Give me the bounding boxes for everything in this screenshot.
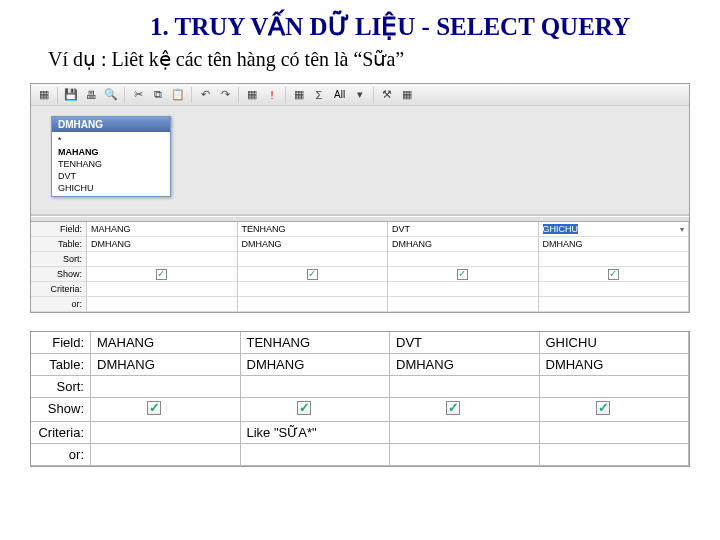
- scope-dropdown[interactable]: All: [330, 89, 349, 100]
- big-cell-table-2[interactable]: DMHANG: [390, 354, 540, 376]
- show-checkbox[interactable]: [156, 269, 167, 280]
- big-grid-row-sort: Sort:: [31, 376, 689, 398]
- preview-icon[interactable]: 🔍: [102, 86, 120, 104]
- cell-or[interactable]: [87, 297, 237, 312]
- dbwindow-icon[interactable]: ▦: [398, 86, 416, 104]
- cell-sort[interactable]: [238, 252, 388, 267]
- qbe-grid-small: Field: Table: Sort: Show: Criteria: or: …: [31, 222, 689, 312]
- totals-icon[interactable]: Σ: [310, 86, 328, 104]
- big-cell-show-2[interactable]: [390, 398, 540, 422]
- cell-criteria[interactable]: [388, 282, 538, 297]
- big-label-show: Show:: [31, 398, 91, 422]
- cell-field[interactable]: GHICHU▾: [539, 222, 689, 237]
- big-cell-or-2[interactable]: [390, 444, 540, 466]
- big-grid-row-or: or:: [31, 444, 689, 466]
- show-checkbox[interactable]: [596, 401, 610, 415]
- big-label-table: Table:: [31, 354, 91, 376]
- cell-show[interactable]: [87, 267, 237, 282]
- show-checkbox[interactable]: [608, 269, 619, 280]
- field-tenhang[interactable]: TENHANG: [52, 158, 170, 170]
- label-sort: Sort:: [31, 252, 86, 267]
- field-star[interactable]: *: [52, 134, 170, 146]
- big-cell-show-3[interactable]: [540, 398, 690, 422]
- tables-pane[interactable]: DMHANG * MAHANG TENHANG DVT GHICHU: [31, 106, 689, 216]
- big-cell-show-0[interactable]: [91, 398, 241, 422]
- paste-icon[interactable]: 📋: [169, 86, 187, 104]
- dropdown-arrow-icon[interactable]: ▾: [351, 86, 369, 104]
- show-checkbox[interactable]: [147, 401, 161, 415]
- big-grid-row-criteria: Criteria:Like "SỮA*": [31, 422, 689, 444]
- cell-field[interactable]: MAHANG: [87, 222, 237, 237]
- cell-table[interactable]: DMHANG: [87, 237, 237, 252]
- big-cell-table-0[interactable]: DMHANG: [91, 354, 241, 376]
- cell-sort[interactable]: [87, 252, 237, 267]
- show-checkbox[interactable]: [457, 269, 468, 280]
- big-grid-row-field: Field:MAHANGTENHANGDVTGHICHU: [31, 332, 689, 354]
- querytype-icon[interactable]: ▦: [243, 86, 261, 104]
- big-cell-or-1[interactable]: [241, 444, 391, 466]
- big-cell-sort-0[interactable]: [91, 376, 241, 398]
- cell-or[interactable]: [238, 297, 388, 312]
- label-field: Field:: [31, 222, 86, 237]
- grid-col-3[interactable]: GHICHU▾DMHANG: [539, 222, 690, 312]
- cell-field[interactable]: TENHANG: [238, 222, 388, 237]
- big-cell-criteria-1[interactable]: Like "SỮA*": [241, 422, 391, 444]
- cell-show[interactable]: [539, 267, 689, 282]
- label-show: Show:: [31, 267, 86, 282]
- big-cell-sort-3[interactable]: [540, 376, 690, 398]
- table-fields-list[interactable]: * MAHANG TENHANG DVT GHICHU: [52, 132, 170, 196]
- slide: 1. TRUY VẤN DỮ LIỆU - SELECT QUERY Ví dụ…: [0, 0, 720, 540]
- grid-col-1[interactable]: TENHANGDMHANG: [238, 222, 389, 312]
- field-mahang[interactable]: MAHANG: [52, 146, 170, 158]
- field-ghichu[interactable]: GHICHU: [52, 182, 170, 194]
- grid-row-labels: Field: Table: Sort: Show: Criteria: or:: [31, 222, 87, 312]
- big-cell-criteria-2[interactable]: [390, 422, 540, 444]
- cell-field[interactable]: DVT: [388, 222, 538, 237]
- show-checkbox[interactable]: [297, 401, 311, 415]
- big-cell-field-1[interactable]: TENHANG: [241, 332, 391, 354]
- designer-area: DMHANG * MAHANG TENHANG DVT GHICHU Field…: [31, 106, 689, 312]
- view-button[interactable]: ▦: [35, 86, 53, 104]
- run-icon[interactable]: !: [263, 86, 281, 104]
- show-checkbox[interactable]: [446, 401, 460, 415]
- big-cell-table-1[interactable]: DMHANG: [241, 354, 391, 376]
- big-cell-criteria-0[interactable]: [91, 422, 241, 444]
- copy-icon[interactable]: ⧉: [149, 86, 167, 104]
- big-cell-field-2[interactable]: DVT: [390, 332, 540, 354]
- redo-icon[interactable]: ↷: [216, 86, 234, 104]
- table-dmhang[interactable]: DMHANG * MAHANG TENHANG DVT GHICHU: [51, 116, 171, 197]
- big-cell-or-0[interactable]: [91, 444, 241, 466]
- big-cell-sort-1[interactable]: [241, 376, 391, 398]
- big-cell-criteria-3[interactable]: [540, 422, 690, 444]
- big-cell-field-3[interactable]: GHICHU: [540, 332, 690, 354]
- cell-criteria[interactable]: [87, 282, 237, 297]
- cell-table[interactable]: DMHANG: [238, 237, 388, 252]
- big-label-or: or:: [31, 444, 91, 466]
- big-cell-or-3[interactable]: [540, 444, 690, 466]
- grid-col-0[interactable]: MAHANGDMHANG: [87, 222, 238, 312]
- cell-table[interactable]: DMHANG: [388, 237, 538, 252]
- cell-show[interactable]: [388, 267, 538, 282]
- big-cell-sort-2[interactable]: [390, 376, 540, 398]
- cell-or[interactable]: [539, 297, 689, 312]
- big-cell-show-1[interactable]: [241, 398, 391, 422]
- cell-criteria[interactable]: [238, 282, 388, 297]
- showtable-icon[interactable]: ▦: [290, 86, 308, 104]
- qbe-grid-large: Field:MAHANGTENHANGDVTGHICHUTable:DMHANG…: [30, 331, 690, 467]
- cell-show[interactable]: [238, 267, 388, 282]
- cell-sort[interactable]: [388, 252, 538, 267]
- cut-icon[interactable]: ✂: [129, 86, 147, 104]
- cell-sort[interactable]: [539, 252, 689, 267]
- save-icon[interactable]: 💾: [62, 86, 80, 104]
- big-cell-table-3[interactable]: DMHANG: [540, 354, 690, 376]
- show-checkbox[interactable]: [307, 269, 318, 280]
- grid-col-2[interactable]: DVTDMHANG: [388, 222, 539, 312]
- print-icon[interactable]: 🖶: [82, 86, 100, 104]
- undo-icon[interactable]: ↶: [196, 86, 214, 104]
- big-cell-field-0[interactable]: MAHANG: [91, 332, 241, 354]
- field-dvt[interactable]: DVT: [52, 170, 170, 182]
- cell-table[interactable]: DMHANG: [539, 237, 689, 252]
- builder-icon[interactable]: ⚒: [378, 86, 396, 104]
- cell-criteria[interactable]: [539, 282, 689, 297]
- cell-or[interactable]: [388, 297, 538, 312]
